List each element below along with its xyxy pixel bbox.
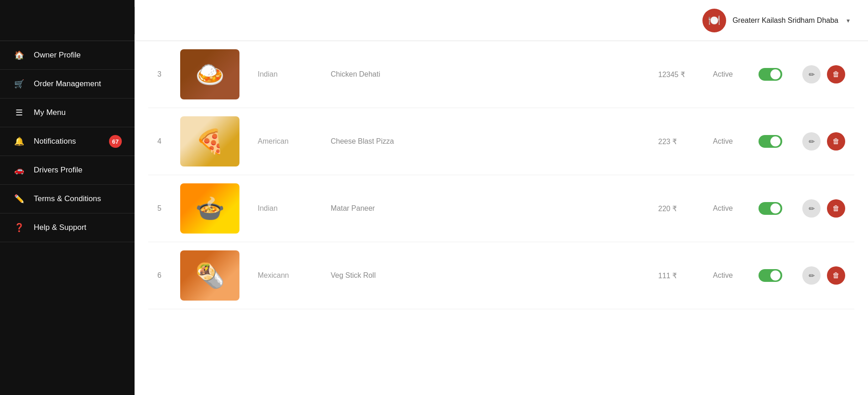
food-image: 🍲 (180, 183, 239, 234)
restaurant-name: Greaterr Kailash Sridham Dhaba (733, 16, 838, 25)
row-category: Mexicann (258, 271, 331, 280)
row-status: Active (713, 70, 759, 78)
sidebar-item-help-support[interactable]: ❓Help & Support (0, 213, 135, 242)
row-actions: ✏🗑 (790, 65, 845, 83)
edit-button[interactable]: ✏ (802, 266, 821, 285)
sidebar-navigation: 🏠Owner Profile🛒Order Management☰My Menu🔔… (0, 41, 135, 395)
toggle-thumb (770, 136, 780, 146)
sidebar-item-owner-profile[interactable]: 🏠Owner Profile (0, 41, 135, 70)
toggle-track (759, 68, 782, 81)
food-emoji: 🌯 (195, 262, 225, 290)
sidebar-item-terms-conditions[interactable]: ✏️Terms & Conditions (0, 185, 135, 213)
row-number: 4 (157, 137, 180, 146)
trash-icon: 🗑 (832, 70, 840, 78)
sidebar: 🏠Owner Profile🛒Order Management☰My Menu🔔… (0, 0, 135, 395)
row-number: 6 (157, 271, 180, 280)
edit-icon: ✏ (809, 137, 815, 146)
header-profile[interactable]: 🍽️ Greaterr Kailash Sridham Dhaba ▾ (702, 9, 850, 32)
menu-table: 3🍛IndianChicken Dehati12345 ₹Active✏🗑4🍕A… (135, 41, 868, 309)
toggle-thumb (770, 69, 780, 79)
chevron-down-icon: ▾ (847, 17, 850, 24)
order-management-label: Order Management (34, 79, 101, 88)
table-row: 3🍛IndianChicken Dehati12345 ₹Active✏🗑 (148, 41, 854, 108)
trash-icon: 🗑 (832, 204, 840, 213)
table-row: 6🌯MexicannVeg Stick Roll111 ₹Active✏🗑 (148, 242, 854, 309)
row-number: 5 (157, 204, 180, 213)
help-support-label: Help & Support (34, 223, 86, 232)
header: 🍽️ Greaterr Kailash Sridham Dhaba ▾ (135, 0, 868, 41)
row-price: 12345 ₹ (658, 70, 713, 79)
delete-button[interactable]: 🗑 (827, 65, 845, 83)
row-actions: ✏🗑 (790, 199, 845, 218)
row-category: American (258, 137, 331, 146)
table-row: 4🍕AmericanCheese Blast Pizza223 ₹Active✏… (148, 108, 854, 175)
delete-button[interactable]: 🗑 (827, 266, 845, 285)
food-image: 🌯 (180, 250, 239, 301)
owner-profile-label: Owner Profile (34, 51, 81, 60)
row-category: Indian (258, 70, 331, 78)
avatar: 🍽️ (702, 9, 726, 32)
sidebar-logo (0, 0, 135, 41)
row-number: 3 (157, 70, 180, 78)
delete-button[interactable]: 🗑 (827, 132, 845, 151)
toggle-container[interactable] (759, 269, 790, 282)
edit-icon: ✏ (809, 204, 815, 213)
main-wrapper: 🍽️ Greaterr Kailash Sridham Dhaba ▾ 3🍛In… (135, 0, 868, 395)
toggle-track (759, 135, 782, 148)
trash-icon: 🗑 (832, 271, 840, 280)
my-menu-label: My Menu (34, 108, 66, 117)
edit-icon: ✏ (809, 271, 815, 280)
toggle-container[interactable] (759, 135, 790, 148)
row-price: 111 ₹ (658, 271, 713, 280)
row-category: Indian (258, 204, 331, 213)
active-toggle[interactable] (759, 202, 782, 215)
edit-button[interactable]: ✏ (802, 65, 821, 83)
delete-button[interactable]: 🗑 (827, 199, 845, 218)
active-toggle[interactable] (759, 68, 782, 81)
row-price: 223 ₹ (658, 137, 713, 146)
toggle-track (759, 202, 782, 215)
toggle-thumb (770, 203, 780, 213)
edit-button[interactable]: ✏ (802, 132, 821, 151)
toggle-container[interactable] (759, 202, 790, 215)
owner-profile-icon: 🏠 (13, 50, 26, 60)
active-toggle[interactable] (759, 135, 782, 148)
trash-icon: 🗑 (832, 137, 840, 146)
edit-icon: ✏ (809, 70, 815, 79)
notifications-badge: 67 (109, 135, 122, 148)
toggle-container[interactable] (759, 68, 790, 81)
toggle-thumb (770, 270, 780, 281)
sidebar-item-notifications[interactable]: 🔔Notifications67 (0, 127, 135, 156)
row-item-name: Matar Paneer (331, 204, 658, 213)
row-item-name: Cheese Blast Pizza (331, 137, 658, 146)
drivers-profile-label: Drivers Profile (34, 166, 83, 175)
notifications-icon: 🔔 (13, 136, 26, 146)
row-status: Active (713, 137, 759, 146)
order-management-icon: 🛒 (13, 79, 26, 89)
sidebar-item-my-menu[interactable]: ☰My Menu (0, 99, 135, 127)
help-support-icon: ❓ (13, 223, 26, 233)
food-emoji: 🍲 (195, 195, 225, 223)
row-actions: ✏🗑 (790, 266, 845, 285)
row-actions: ✏🗑 (790, 132, 845, 151)
row-status: Active (713, 271, 759, 280)
sidebar-item-order-management[interactable]: 🛒Order Management (0, 70, 135, 99)
edit-button[interactable]: ✏ (802, 199, 821, 218)
content-area: 3🍛IndianChicken Dehati12345 ₹Active✏🗑4🍕A… (135, 41, 868, 395)
table-row: 5🍲IndianMatar Paneer220 ₹Active✏🗑 (148, 175, 854, 242)
drivers-profile-icon: 🚗 (13, 165, 26, 175)
terms-conditions-label: Terms & Conditions (34, 194, 101, 203)
row-item-name: Chicken Dehati (331, 70, 658, 78)
row-item-name: Veg Stick Roll (331, 271, 658, 280)
toggle-track (759, 269, 782, 282)
sidebar-item-drivers-profile[interactable]: 🚗Drivers Profile (0, 156, 135, 185)
food-image: 🍛 (180, 49, 239, 99)
notifications-label: Notifications (34, 137, 76, 146)
header-divider (135, 7, 135, 34)
active-toggle[interactable] (759, 269, 782, 282)
food-emoji: 🍛 (195, 61, 225, 88)
food-image: 🍕 (180, 116, 239, 166)
food-emoji: 🍕 (195, 128, 225, 156)
row-price: 220 ₹ (658, 204, 713, 213)
row-status: Active (713, 204, 759, 213)
